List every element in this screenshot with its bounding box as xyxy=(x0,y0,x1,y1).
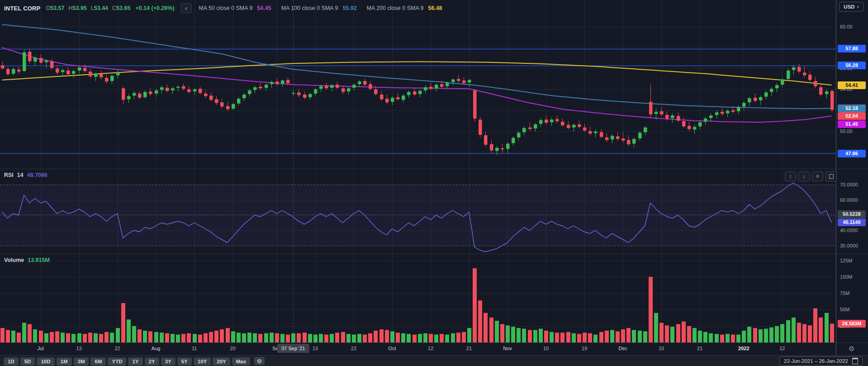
range-button-3y[interactable]: 3Y xyxy=(161,357,175,366)
price-badge-47.86: 47.86 xyxy=(838,150,866,157)
axis-label: 60.00 xyxy=(840,24,853,29)
chart-settings-gear-icon[interactable]: ⚙ xyxy=(254,357,265,365)
rsi-value: 48.7086 xyxy=(27,172,47,178)
date-range-picker[interactable]: 22-Jun-2021 – 26-Jan-2022 xyxy=(779,356,863,366)
time-tick-22: 22 xyxy=(114,346,120,351)
rsi-title: RSI xyxy=(4,172,14,178)
price-badge-57.88: 57.88 xyxy=(838,45,866,52)
ohlc-open: O53.57 xyxy=(46,5,65,11)
indicator-legend-item-1: MA 100 close 0 SMA 955.92 xyxy=(281,5,357,11)
range-button-10d[interactable]: 10D xyxy=(37,357,54,366)
range-button-3m[interactable]: 3M xyxy=(74,357,89,366)
rsi-badge-45.1140: 45.1140 xyxy=(838,219,866,226)
indicator-name: MA 50 close 0 SMA 9 xyxy=(199,5,253,11)
trading-terminal: INTEL CORP O53.57 H53.95 L53.44 C53.65 +… xyxy=(0,0,868,366)
price-badge-54.41: 54.41 xyxy=(838,81,866,89)
axis-label: 40.0000 xyxy=(840,228,858,233)
range-button-1y[interactable]: 1Y xyxy=(128,357,142,366)
price-badge-52.04: 52.04 xyxy=(838,112,866,120)
range-button-6m[interactable]: 6M xyxy=(90,357,106,366)
axis-label: 70.0000 xyxy=(840,182,858,187)
range-button-5d[interactable]: 5D xyxy=(20,357,35,366)
time-tick-13: 13 xyxy=(76,346,81,351)
close-pane-button[interactable]: × xyxy=(812,171,823,181)
rsi-period: 14 xyxy=(17,172,24,178)
range-button-5y[interactable]: 5Y xyxy=(177,357,192,366)
chart-canvas[interactable] xyxy=(0,0,836,342)
currency-selector[interactable]: USD ▾ xyxy=(839,2,863,12)
axis-label: 30.0000 xyxy=(840,243,858,248)
indicator-legend: MA 50 close 0 SMA 954.45MA 100 close 0 S… xyxy=(199,5,452,11)
range-button-10y[interactable]: 10Y xyxy=(194,357,211,366)
move-pane-up-button[interactable]: ↑ xyxy=(785,171,796,181)
rsi-badge-50.5228: 50.5228 xyxy=(838,210,866,218)
indicator-name: MA 200 close 0 SMA 9 xyxy=(367,5,424,11)
pane-separator-volume[interactable] xyxy=(0,254,868,254)
axis-label: 50.00 xyxy=(840,128,853,134)
crosshair-date-tooltip: 07 Sep '21 xyxy=(277,344,309,353)
pane-separator-rsi[interactable] xyxy=(0,169,868,169)
indicator-value: 54.45 xyxy=(257,5,271,11)
indicator-name: MA 100 close 0 SMA 9 xyxy=(281,5,338,11)
axis-label: 60.0000 xyxy=(840,197,858,203)
scale-settings-gear-icon[interactable]: ⚙ xyxy=(849,345,854,353)
time-tick-19: 19 xyxy=(582,346,587,351)
time-scale[interactable]: Jul1322Aug1120Sep1322Oct1221Nov1019Dec10… xyxy=(0,342,836,355)
time-tick-22: 22 xyxy=(351,346,356,351)
range-button-20y[interactable]: 20Y xyxy=(213,357,230,366)
axis-label: 125M xyxy=(840,258,853,263)
chart-legend: INTEL CORP O53.57 H53.95 L53.44 C53.65 +… xyxy=(4,3,452,13)
range-button-1d[interactable]: 1D xyxy=(4,357,19,366)
indicator-value: 56.48 xyxy=(428,5,442,11)
date-range-label: 22-Jun-2021 – 26-Jan-2022 xyxy=(784,358,848,364)
price-badge-51.45: 51.45 xyxy=(838,120,866,128)
time-tick-21: 21 xyxy=(466,346,472,351)
time-tick-Dec: Dec xyxy=(618,346,627,351)
time-tick-Nov: Nov xyxy=(503,346,512,351)
range-buttons: 1D5D10D1M3M6MYTD1Y2Y3Y5Y10Y20YMax xyxy=(0,357,250,365)
price-scale[interactable]: USD ▾ 60.0058.0056.0054.0052.0050.0048.0… xyxy=(836,0,868,355)
time-tick-Jul: Jul xyxy=(37,346,43,351)
range-button-1m[interactable]: 1M xyxy=(57,357,72,366)
price-badge-56.28: 56.28 xyxy=(838,62,866,69)
symbol-name: INTEL CORP xyxy=(4,5,41,12)
time-tick-12: 12 xyxy=(428,346,433,351)
axis-label: 50M xyxy=(840,307,849,312)
bottom-toolbar: 1D5D10D1M3M6MYTD1Y2Y3Y5Y10Y20YMax ⚙ 22-J… xyxy=(0,356,868,366)
time-tick-20: 20 xyxy=(230,346,236,351)
calendar-icon xyxy=(852,358,858,364)
indicator-legend-item-0: MA 50 close 0 SMA 954.45 xyxy=(199,5,271,11)
price-badge-52.18: 52.18 xyxy=(838,105,866,112)
volume-panel-header: Volume 13.915M xyxy=(4,257,50,263)
indicator-value: 55.92 xyxy=(342,5,356,11)
range-button-ytd[interactable]: YTD xyxy=(108,357,126,366)
move-pane-down-button[interactable]: ↓ xyxy=(798,171,810,181)
maximize-pane-button[interactable] xyxy=(825,171,837,181)
time-tick-10: 10 xyxy=(543,346,549,351)
volume-badge: 28.583M xyxy=(838,320,866,328)
time-tick-13: 13 xyxy=(313,346,318,351)
time-tick-11: 11 xyxy=(192,346,197,351)
price-change: +0.14 (+0.26%) xyxy=(135,5,174,11)
axis-label: 75M xyxy=(840,290,849,296)
volume-title: Volume xyxy=(4,257,24,263)
time-tick-10: 10 xyxy=(659,346,664,351)
ohlc-close: C53.65 xyxy=(112,5,130,11)
time-tick-12: 12 xyxy=(779,346,785,351)
time-tick-21: 21 xyxy=(697,346,702,351)
maximize-icon xyxy=(829,174,834,179)
ohlc-high: H53.95 xyxy=(69,5,87,11)
indicator-legend-item-2: MA 200 close 0 SMA 956.48 xyxy=(367,5,442,11)
rsi-panel-header: RSI 14 48.7086 xyxy=(4,172,47,178)
range-button-2y[interactable]: 2Y xyxy=(145,357,159,366)
rsi-panel-buttons: ↑ ↓ × xyxy=(785,171,837,181)
time-tick-Oct: Oct xyxy=(388,346,396,351)
legend-collapse-button[interactable]: ‹ xyxy=(181,3,192,13)
time-tick-Aug: Aug xyxy=(152,346,161,351)
range-button-max[interactable]: Max xyxy=(232,357,250,366)
time-tick-2022: 2022 xyxy=(738,346,749,351)
axis-label: 100M xyxy=(840,274,853,280)
currency-label: USD xyxy=(844,4,854,10)
ohlc-low: L53.44 xyxy=(91,5,108,11)
volume-value: 13.915M xyxy=(28,257,50,263)
